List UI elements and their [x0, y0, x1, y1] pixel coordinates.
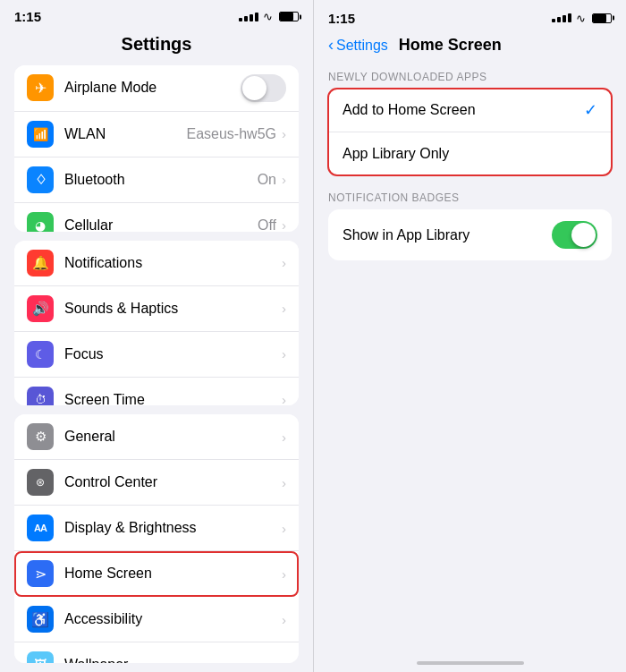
bluetooth-label: Bluetooth [64, 172, 258, 188]
airplane-icon: ✈ [27, 74, 54, 101]
notifications-icon: 🔔 [27, 250, 54, 276]
app-library-only-label: App Library Only [343, 146, 449, 162]
add-to-home-label: Add to Home Screen [343, 102, 476, 118]
accessibility-chevron: › [282, 612, 286, 627]
bluetooth-value: On [258, 172, 276, 188]
screentime-label: Screen Time [64, 392, 282, 406]
battery-icon [279, 12, 299, 21]
settings-item-airplane[interactable]: ✈ Airplane Mode [14, 65, 299, 112]
add-to-home-check: ✓ [584, 100, 597, 120]
sounds-chevron: › [282, 301, 286, 316]
sounds-icon: 🔊 [27, 295, 54, 322]
show-in-app-library-toggle[interactable] [552, 221, 597, 249]
right-wifi-icon: ∿ [576, 12, 586, 25]
app-library-only-item[interactable]: App Library Only [328, 132, 612, 175]
notifications-chevron: › [282, 255, 286, 270]
settings-group-connectivity: ✈ Airplane Mode 📶 WLAN Easeus-hw5G › ♢ B… [14, 65, 299, 232]
settings-item-notifications[interactable]: 🔔 Notifications › [14, 241, 299, 286]
controlcenter-label: Control Center [64, 474, 282, 490]
back-label: Settings [336, 38, 388, 54]
bluetooth-icon: ♢ [27, 166, 54, 193]
cellular-value: Off [258, 217, 276, 232]
wlan-label: WLAN [64, 126, 187, 142]
screentime-chevron: › [282, 392, 286, 405]
sounds-label: Sounds & Haptics [64, 301, 282, 317]
general-label: General [64, 429, 282, 445]
wifi-icon: ∿ [263, 10, 273, 23]
focus-label: Focus [64, 346, 282, 362]
newly-downloaded-label: NEWLY DOWNLOADED APPS [314, 64, 626, 89]
focus-chevron: › [282, 346, 286, 362]
settings-item-focus[interactable]: ☾ Focus › [14, 332, 299, 378]
settings-item-display[interactable]: AA Display & Brightness › [14, 506, 299, 551]
settings-item-screentime[interactable]: ⏱ Screen Time › [14, 378, 299, 406]
left-status-icons: ∿ [239, 10, 299, 23]
screentime-icon: ⏱ [27, 387, 54, 406]
left-status-bar: 1:15 ∿ [0, 0, 313, 30]
right-time: 1:15 [328, 11, 355, 26]
right-panel: 1:15 ∿ ‹ Settings Home Screen NEWLY DOWN… [313, 0, 626, 672]
left-panel: 1:15 ∿ Settings ✈ Airplane Mode 📶 W [0, 0, 313, 672]
wlan-icon: 📶 [27, 121, 54, 148]
right-nav: ‹ Settings Home Screen [314, 32, 626, 64]
homescreen-label: Home Screen [64, 566, 282, 582]
display-label: Display & Brightness [64, 520, 282, 536]
controlcenter-chevron: › [282, 475, 286, 490]
focus-icon: ☾ [27, 341, 54, 368]
notification-badges-label: NOTIFICATION BADGES [314, 184, 626, 209]
airplane-label: Airplane Mode [64, 80, 241, 96]
settings-item-accessibility[interactable]: ♿ Accessibility › [14, 597, 299, 642]
wlan-chevron: › [282, 126, 286, 141]
display-icon: AA [27, 515, 54, 541]
show-in-app-library-item[interactable]: Show in App Library [328, 209, 612, 260]
display-chevron: › [282, 521, 286, 536]
wallpaper-icon: 🖼 [27, 651, 54, 663]
settings-item-sounds[interactable]: 🔊 Sounds & Haptics › [14, 286, 299, 332]
settings-item-wlan[interactable]: 📶 WLAN Easeus-hw5G › [14, 112, 299, 157]
back-chevron-icon: ‹ [328, 36, 334, 55]
settings-item-homescreen[interactable]: ⋗ Home Screen › [14, 551, 299, 597]
bluetooth-chevron: › [282, 172, 286, 187]
notifications-label: Notifications [64, 255, 282, 271]
general-chevron: › [282, 430, 286, 445]
right-signal-icon [552, 13, 571, 22]
accessibility-icon: ♿ [27, 606, 54, 633]
settings-item-cellular[interactable]: ◕ Cellular Off › [14, 203, 299, 232]
homescreen-icon: ⋗ [27, 560, 54, 587]
cellular-chevron: › [282, 217, 286, 231]
settings-item-bluetooth[interactable]: ♢ Bluetooth On › [14, 157, 299, 203]
add-to-home-screen-item[interactable]: Add to Home Screen ✓ [328, 89, 612, 132]
homescreen-chevron: › [282, 566, 286, 582]
cellular-label: Cellular [64, 217, 258, 232]
right-status-bar: 1:15 ∿ [314, 0, 626, 32]
newly-downloaded-group: Add to Home Screen ✓ App Library Only [328, 89, 612, 175]
accessibility-label: Accessibility [64, 611, 282, 627]
show-in-app-library-label: Show in App Library [343, 227, 470, 243]
home-indicator [417, 661, 524, 665]
airplane-toggle[interactable] [241, 74, 286, 102]
settings-group-system: 🔔 Notifications › 🔊 Sounds & Haptics › ☾… [14, 241, 299, 406]
left-title: Settings [0, 30, 313, 65]
wallpaper-label: Wallpaper [64, 657, 282, 663]
settings-group-device: ⚙ General › ⊛ Control Center › AA Displa… [14, 414, 299, 663]
notification-badges-group: Show in App Library [328, 209, 612, 260]
settings-item-controlcenter[interactable]: ⊛ Control Center › [14, 460, 299, 506]
general-icon: ⚙ [27, 423, 54, 450]
settings-item-general[interactable]: ⚙ General › [14, 414, 299, 460]
signal-icon [239, 13, 258, 21]
right-battery-icon [592, 13, 612, 23]
right-title: Home Screen [399, 36, 502, 55]
settings-item-wallpaper[interactable]: 🖼 Wallpaper › [14, 642, 299, 663]
back-button[interactable]: ‹ Settings [328, 36, 388, 55]
controlcenter-icon: ⊛ [27, 469, 54, 496]
wlan-value: Easeus-hw5G [187, 126, 277, 142]
wallpaper-chevron: › [282, 658, 286, 663]
left-time: 1:15 [14, 9, 41, 24]
right-status-icons: ∿ [552, 12, 612, 25]
cellular-icon: ◕ [27, 212, 54, 232]
